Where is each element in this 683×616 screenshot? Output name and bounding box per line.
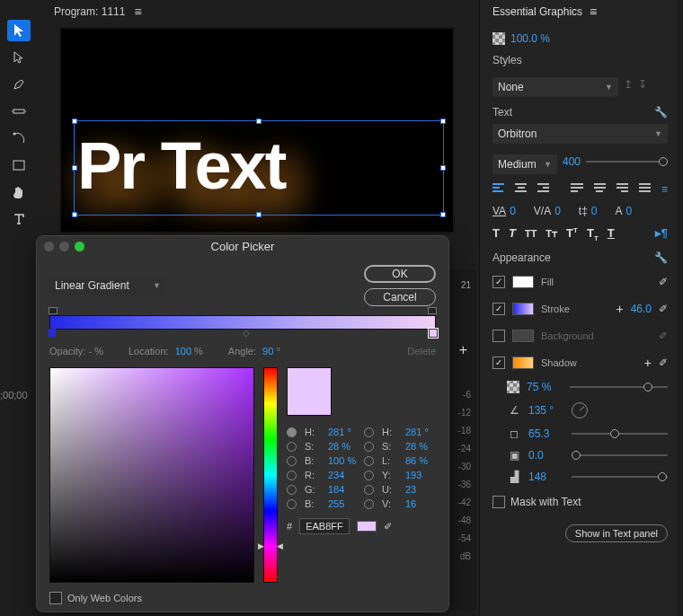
italic-icon[interactable]: T [509, 226, 516, 240]
fill-checkbox[interactable] [492, 276, 505, 288]
stroke-width[interactable]: 46.0 [631, 303, 652, 315]
eyedropper-icon[interactable]: ✐ [659, 276, 668, 288]
ok-button[interactable]: OK [364, 265, 436, 283]
tracking-value[interactable]: 0 [554, 205, 561, 217]
stroke-checkbox[interactable] [492, 303, 505, 315]
type-tool[interactable] [7, 208, 31, 230]
program-monitor[interactable]: Pr Text Pr Text [59, 27, 455, 233]
font-size-slider[interactable] [586, 161, 668, 163]
add-stroke-icon[interactable]: + [616, 302, 623, 316]
eyedropper-icon[interactable]: ✐ [659, 356, 668, 369]
radio-y[interactable] [364, 471, 374, 480]
superscript-icon[interactable]: TT [566, 226, 578, 240]
underline-icon[interactable]: T [608, 226, 615, 240]
val-r[interactable]: 234 [328, 470, 359, 480]
bold-icon[interactable]: T [492, 226, 500, 240]
val-s[interactable]: 28 % [328, 441, 359, 452]
color-stop-left[interactable] [48, 329, 57, 338]
dialog-titlebar[interactable]: Color Picker [37, 236, 448, 256]
shadow-opacity-slider[interactable] [570, 386, 668, 388]
val-h[interactable]: 281 ° [328, 427, 359, 437]
rectangle-tool[interactable] [7, 154, 31, 176]
font-weight-dropdown[interactable]: Medium▼ [492, 154, 557, 174]
direct-select-tool[interactable] [7, 47, 31, 68]
val-h2[interactable]: 281 ° [405, 427, 436, 437]
more-icon[interactable]: ≡ [661, 183, 668, 196]
tab-icon[interactable]: ▸¶ [655, 226, 668, 240]
push-up-icon[interactable]: ↥ [624, 78, 633, 91]
eyedropper-icon[interactable]: ✐ [659, 303, 668, 315]
panel-menu-icon[interactable]: ≡ [590, 4, 597, 19]
val-y[interactable]: 193 [405, 470, 436, 480]
opacity-stop-left[interactable] [49, 307, 58, 314]
hex-input[interactable] [299, 518, 350, 534]
allcaps-icon[interactable]: TT [525, 228, 537, 239]
shadow-opacity[interactable]: 75 % [527, 381, 563, 393]
midpoint-icon[interactable]: ◇ [243, 328, 250, 338]
radio-h[interactable] [287, 427, 297, 437]
smallcaps-icon[interactable]: Tᴛ [546, 228, 557, 240]
radio-l[interactable] [364, 456, 374, 466]
font-dropdown[interactable]: Orbitron▼ [492, 124, 668, 144]
opacity-stop-right[interactable] [428, 307, 437, 314]
shadow-swatch[interactable] [512, 356, 534, 369]
hue-strip[interactable] [263, 367, 278, 583]
val-u[interactable]: 23 [405, 484, 436, 495]
push-down-icon[interactable]: ↧ [638, 78, 647, 91]
gradient-type-dropdown[interactable]: Linear Gradient▼ [49, 276, 166, 295]
location-value[interactable]: 100 [175, 346, 191, 356]
radio-h2[interactable] [364, 427, 374, 437]
cancel-button[interactable]: Cancel [364, 288, 436, 306]
selection-tool[interactable] [7, 20, 31, 41]
shadow-checkbox[interactable] [492, 356, 505, 369]
justify-center-icon[interactable] [594, 183, 606, 196]
radio-v[interactable] [364, 499, 374, 509]
hand-tool[interactable] [7, 181, 31, 203]
shadow-angle[interactable]: 135 ° [528, 404, 564, 417]
val-s2[interactable]: 28 % [405, 441, 436, 452]
shadow-size-slider[interactable] [572, 454, 668, 456]
rect-horizontal-tool[interactable] [7, 101, 31, 122]
gradient-bar[interactable]: ◇ [49, 315, 436, 330]
radio-u[interactable] [364, 485, 374, 495]
shadow-size[interactable]: 0.0 [528, 449, 564, 462]
kerning-value[interactable]: 0 [510, 205, 516, 217]
radio-s[interactable] [287, 442, 297, 452]
add-track-icon[interactable]: + [459, 341, 467, 359]
val-v[interactable]: 16 [405, 498, 436, 509]
angle-value[interactable]: 90 [262, 346, 273, 356]
pen-tool[interactable] [7, 74, 31, 95]
wrench-icon[interactable]: 🔧 [654, 106, 668, 119]
val-l[interactable]: 86 % [405, 455, 436, 466]
mask-checkbox[interactable] [492, 496, 505, 508]
angle-dial[interactable] [572, 402, 588, 418]
color-stop-right[interactable] [429, 329, 438, 338]
wrench-icon[interactable]: 🔧 [654, 251, 668, 264]
fill-swatch[interactable] [512, 276, 534, 288]
radio-s2[interactable] [364, 442, 374, 452]
font-size-value[interactable]: 400 [563, 155, 581, 168]
tsume-value[interactable]: 0 [591, 205, 598, 217]
align-center-icon[interactable] [515, 183, 527, 196]
val-g[interactable]: 184 [328, 484, 359, 495]
radio-g[interactable] [287, 485, 297, 495]
color-field[interactable]: ◀ [49, 367, 254, 583]
radio-b[interactable] [287, 456, 297, 466]
background-swatch[interactable] [512, 330, 534, 342]
selection-bounds[interactable] [74, 120, 444, 216]
add-shadow-icon[interactable]: + [644, 356, 652, 370]
panel-menu-icon[interactable]: ≡ [134, 4, 141, 19]
background-checkbox[interactable] [492, 330, 505, 342]
show-in-text-panel-button[interactable]: Show in Text panel [565, 524, 668, 542]
shadow-distance[interactable]: 65.3 [528, 427, 564, 440]
align-right-icon[interactable] [537, 183, 549, 196]
justify-all-icon[interactable] [639, 183, 651, 196]
radio-r[interactable] [287, 471, 297, 480]
val-b2[interactable]: 255 [328, 498, 359, 509]
ellipse-tool[interactable] [7, 128, 31, 149]
shadow-blur-slider[interactable] [572, 476, 668, 478]
web-colors-checkbox[interactable] [49, 592, 62, 604]
style-dropdown[interactable]: None▼ [492, 77, 618, 97]
radio-b2[interactable] [287, 499, 297, 509]
shadow-blur[interactable]: 148 [528, 471, 564, 483]
